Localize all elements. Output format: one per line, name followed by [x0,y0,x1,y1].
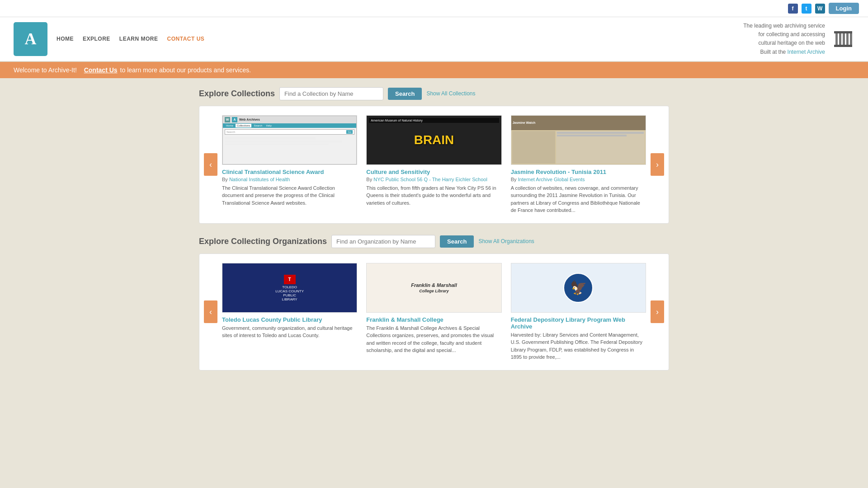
tagline-line2: for collecting and accessing [759,31,825,38]
organizations-next-button[interactable]: › [651,300,664,323]
svg-rect-6 [850,33,852,45]
org-thumb-3: 🦅 [511,263,646,313]
org-title-1[interactable]: Toledo Lucas County Public Library [222,316,357,323]
nav-home[interactable]: HOME [57,36,74,42]
collection-by-2: By NYC Public School 56 Q - The Harry Ei… [366,177,501,182]
org-thumb-1: T TOLEDOLUCAS COUNTYPUBLICLIBRARY [222,263,357,313]
nav-learn-more[interactable]: LEARN MORE [119,36,158,42]
organizations-header: Explore Collecting Organizations Search … [199,235,669,248]
svg-rect-4 [843,33,845,45]
org-item-2: Franklin & MarshallCollege Library Frank… [366,263,501,361]
collection-title-3[interactable]: Jasmine Revolution - Tunisia 2011 [511,169,646,175]
ia-logo-svg [832,28,854,50]
collection-title-1[interactable]: Clinical Translational Science Award [222,169,357,175]
collections-header: Explore Collections Search Show All Coll… [199,87,669,100]
login-button[interactable]: Login [829,3,859,14]
collections-search-button[interactable]: Search [388,88,422,100]
franklin-logo: Franklin & MarshallCollege Library [411,282,457,293]
main-content: Explore Collections Search Show All Coll… [185,78,683,391]
collection-item-3: Jasmine Watch Jasmine Revolution - Tunis… [511,115,646,214]
collection-desc-2: This collection, from fifth graders at N… [366,184,501,207]
organizations-prev-button[interactable]: ‹ [204,300,217,323]
federal-eagle-svg: 🦅 [562,272,594,304]
top-bar: f t W Login [0,0,868,17]
collection-thumb-2: BRAIN American Museum of Natural History [366,115,501,165]
org-item-1: T TOLEDOLUCAS COUNTYPUBLICLIBRARY Toledo… [222,263,357,361]
svg-rect-0 [834,45,852,47]
collection-item-1: W A Web Archives Home Collections Search… [222,115,357,214]
tagline: The leading web archiving service for co… [441,22,825,56]
twitter-icon[interactable]: t [802,4,811,14]
org-title-3[interactable]: Federal Depository Library Program Web A… [511,316,646,330]
collection-item-2: BRAIN American Museum of Natural History… [366,115,501,214]
logo-letter: A [25,29,37,48]
collection-by-1: By National Institutes of Health [222,177,357,182]
svg-rect-3 [839,33,841,45]
collection-title-2[interactable]: Culture and Sensitivity [366,169,501,175]
logo[interactable]: A [14,22,47,56]
tagline-built: Built at the [760,49,788,55]
org-desc-1: Government, community organization, and … [222,324,357,339]
organizations-search-button[interactable]: Search [440,235,474,248]
svg-rect-1 [834,31,852,33]
org-item-3: 🦅 Federal Depository Library Program Web… [511,263,646,361]
collections-next-button[interactable]: › [651,153,664,176]
contact-us-link[interactable]: Contact Us [84,66,118,74]
show-all-organizations-link[interactable]: Show All Organizations [478,238,534,244]
collections-prev-button[interactable]: ‹ [204,153,217,176]
collection-desc-3: A collection of websites, news coverage,… [511,184,646,214]
organizations-search-input[interactable] [331,235,435,248]
banner-rest: to learn more about our products and ser… [120,66,251,74]
svg-rect-5 [846,33,849,45]
wordpress-icon[interactable]: W [815,4,825,14]
collection-thumb-3: Jasmine Watch [511,115,646,165]
tagline-line3: cultural heritage on the web [759,40,825,46]
collection-desc-1: The Clinical Translational Science Award… [222,184,357,207]
welcome-banner: Welcome to Archive-It! Contact Us to lea… [0,62,868,78]
collections-search-input[interactable] [279,87,383,100]
collections-title: Explore Collections [199,89,275,99]
facebook-icon[interactable]: f [788,4,798,14]
nav-contact-us[interactable]: CONTACT US [167,36,205,42]
ia-logo [832,28,854,50]
org-desc-3: Harvested by: Library Services and Conte… [511,331,646,361]
organizations-items: T TOLEDOLUCAS COUNTYPUBLICLIBRARY Toledo… [222,263,646,361]
main-nav: HOME EXPLORE LEARN MORE CONTACT US [57,36,441,42]
collections-carousel: ‹ W A Web Archives Home Collections S [199,106,669,224]
organizations-carousel: ‹ T TOLEDOLUCAS COUNTYPUBLICLIBRARY Tole… [199,253,669,371]
internet-archive-link[interactable]: Internet Archive [788,49,825,55]
show-all-collections-link[interactable]: Show All Collections [426,90,475,97]
org-thumb-2: Franklin & MarshallCollege Library [366,263,501,313]
svg-rect-2 [835,33,838,45]
toledo-logo-red: T [284,275,296,284]
toledo-logo-text: TOLEDOLUCAS COUNTYPUBLICLIBRARY [275,285,304,301]
collection-by-3: By Internet Archive Global Events [511,177,646,182]
tagline-line1: The leading web archiving service [743,23,825,29]
welcome-text: Welcome to Archive-It! [14,66,77,74]
collection-org-link-2[interactable]: NYC Public School 56 Q - The Harry Eichl… [373,177,487,182]
svg-text:🦅: 🦅 [570,280,587,296]
org-title-2[interactable]: Franklin & Marshall College [366,316,501,323]
header: A HOME EXPLORE LEARN MORE CONTACT US The… [0,17,868,62]
org-desc-2: The Franklin & Marshall College Archives… [366,324,501,354]
collection-thumb-1: W A Web Archives Home Collections Search… [222,115,357,165]
organizations-title: Explore Collecting Organizations [199,237,327,246]
collection-org-link-1[interactable]: National Institutes of Health [229,177,290,182]
nav-explore[interactable]: EXPLORE [83,36,110,42]
collection-org-link-3[interactable]: Internet Archive Global Events [518,177,585,182]
collections-items: W A Web Archives Home Collections Search… [222,115,646,214]
